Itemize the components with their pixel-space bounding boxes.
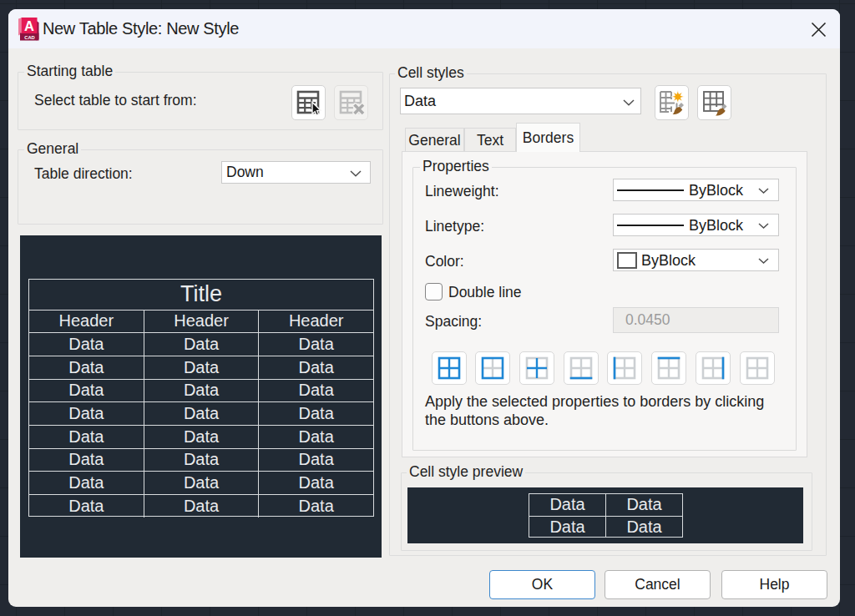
svg-text:CAD: CAD bbox=[24, 35, 35, 40]
svg-text:A: A bbox=[24, 18, 34, 33]
